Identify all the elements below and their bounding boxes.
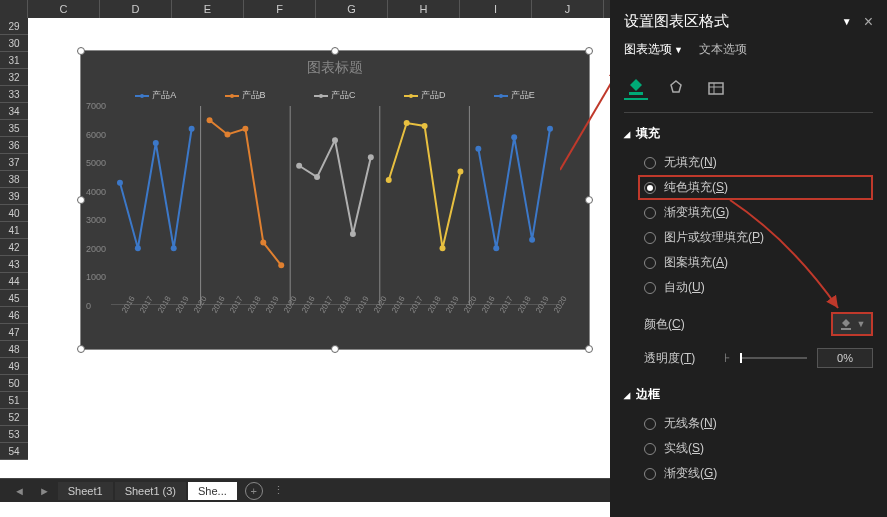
svg-rect-32 (709, 83, 723, 94)
col-header[interactable]: E (172, 0, 244, 18)
svg-point-23 (440, 245, 446, 251)
legend-item[interactable]: 产品B (225, 89, 266, 102)
radio-picture-fill[interactable]: 图片或纹理填充(P) (644, 225, 873, 250)
row-header[interactable]: 53 (0, 426, 28, 443)
spreadsheet-area: C D E F G H I J 293031323334353637383940… (0, 0, 610, 517)
svg-point-10 (207, 117, 213, 123)
svg-point-5 (117, 180, 123, 186)
effects-icon[interactable] (664, 76, 688, 100)
paint-bucket-icon (839, 317, 853, 331)
row-header[interactable]: 31 (0, 52, 28, 69)
add-sheet-button[interactable]: + (245, 482, 263, 500)
row-header[interactable]: 29 (0, 18, 28, 35)
row-header[interactable]: 33 (0, 86, 28, 103)
row-header[interactable]: 52 (0, 409, 28, 426)
row-header[interactable]: 35 (0, 120, 28, 137)
legend-item[interactable]: 产品D (404, 89, 446, 102)
row-header[interactable]: 44 (0, 273, 28, 290)
border-section: 边框 无线条(N) 实线(S) 渐变线(G) (624, 386, 873, 494)
radio-no-fill[interactable]: 无填充(N) (644, 150, 873, 175)
row-headers: 2930313233343536373839404142434445464748… (0, 18, 28, 460)
transparency-value[interactable]: 0% (817, 348, 873, 368)
transparency-row: 透明度(T) ⊦ 0% (644, 348, 873, 368)
svg-rect-35 (841, 328, 851, 330)
svg-point-27 (511, 134, 517, 140)
fill-color-button[interactable]: ▼ (831, 312, 873, 336)
row-header[interactable]: 34 (0, 103, 28, 120)
fill-line-icon[interactable] (624, 76, 648, 100)
tab-menu-icon[interactable]: ⋮ (273, 484, 284, 497)
radio-pattern-fill[interactable]: 图案填充(A) (644, 250, 873, 275)
fill-section: 填充 无填充(N) 纯色填充(S) 渐变填充(G) 图片或纹理填充(P) 图案填… (624, 125, 873, 374)
svg-point-16 (314, 174, 320, 180)
tab-text-options[interactable]: 文本选项 (699, 41, 747, 58)
svg-point-7 (153, 140, 159, 146)
svg-point-11 (224, 131, 230, 137)
chart-plot-area[interactable]: 01000200030004000500060007000 2016201720… (111, 106, 559, 306)
row-header[interactable]: 43 (0, 256, 28, 273)
close-panel-icon[interactable]: × (864, 13, 873, 31)
legend-item[interactable]: 产品E (494, 89, 535, 102)
svg-point-14 (278, 262, 284, 268)
row-header[interactable]: 45 (0, 290, 28, 307)
radio-no-line[interactable]: 无线条(N) (644, 411, 873, 436)
col-header[interactable]: H (388, 0, 460, 18)
chart-legend[interactable]: 产品A产品B产品C产品D产品E (81, 85, 589, 106)
svg-point-9 (189, 126, 195, 132)
row-header[interactable]: 50 (0, 375, 28, 392)
panel-dropdown-icon[interactable]: ▼ (842, 16, 852, 27)
radio-gradient-fill[interactable]: 渐变填充(G) (644, 200, 873, 225)
radio-auto-fill[interactable]: 自动(U) (644, 275, 873, 300)
row-header[interactable]: 51 (0, 392, 28, 409)
tab-nav-prev-icon[interactable]: ◄ (8, 485, 31, 497)
sheet-tab[interactable]: Sheet1 (58, 482, 113, 500)
sheet-tab[interactable]: Sheet1 (3) (115, 482, 186, 500)
row-header[interactable]: 49 (0, 358, 28, 375)
col-header[interactable]: F (244, 0, 316, 18)
row-header[interactable]: 38 (0, 171, 28, 188)
row-header[interactable]: 39 (0, 188, 28, 205)
svg-point-22 (422, 123, 428, 129)
tab-nav-next-icon[interactable]: ► (33, 485, 56, 497)
svg-point-6 (135, 245, 141, 251)
col-header[interactable]: J (532, 0, 604, 18)
cell-grid[interactable]: 图表标题 产品A产品B产品C产品D产品E 0100020003000400050… (28, 18, 610, 478)
svg-point-13 (260, 240, 266, 246)
svg-point-21 (404, 120, 410, 126)
chart-title[interactable]: 图表标题 (81, 51, 589, 85)
svg-point-19 (368, 154, 374, 160)
col-header[interactable]: G (316, 0, 388, 18)
svg-point-8 (171, 245, 177, 251)
sheet-tab[interactable]: She... (188, 482, 237, 500)
row-header[interactable]: 32 (0, 69, 28, 86)
row-header[interactable]: 36 (0, 137, 28, 154)
row-header[interactable]: 42 (0, 239, 28, 256)
row-header[interactable]: 47 (0, 324, 28, 341)
col-header[interactable]: C (28, 0, 100, 18)
radio-solid-line[interactable]: 实线(S) (644, 436, 873, 461)
row-header[interactable]: 41 (0, 222, 28, 239)
fill-color-row: 颜色(C) ▼ (644, 312, 873, 336)
svg-point-20 (386, 177, 392, 183)
size-properties-icon[interactable] (704, 76, 728, 100)
tab-chart-options[interactable]: 图表选项▼ (624, 41, 683, 58)
col-header[interactable]: D (100, 0, 172, 18)
sheet-tabs-bar: ◄ ► Sheet1 Sheet1 (3) She... + ⋮ (0, 478, 610, 502)
transparency-slider[interactable] (740, 357, 807, 359)
row-header[interactable]: 54 (0, 443, 28, 460)
radio-solid-fill[interactable]: 纯色填充(S) (638, 175, 873, 200)
row-header[interactable]: 30 (0, 35, 28, 52)
svg-point-29 (547, 126, 553, 132)
embedded-chart[interactable]: 图表标题 产品A产品B产品C产品D产品E 0100020003000400050… (80, 50, 590, 350)
radio-gradient-line[interactable]: 渐变线(G) (644, 461, 873, 486)
row-header[interactable]: 46 (0, 307, 28, 324)
row-header[interactable]: 37 (0, 154, 28, 171)
row-header[interactable]: 40 (0, 205, 28, 222)
fill-section-header[interactable]: 填充 (624, 125, 873, 142)
legend-item[interactable]: 产品C (314, 89, 356, 102)
border-section-header[interactable]: 边框 (624, 386, 873, 403)
legend-item[interactable]: 产品A (135, 89, 176, 102)
col-header[interactable]: I (460, 0, 532, 18)
row-header[interactable]: 48 (0, 341, 28, 358)
svg-point-15 (296, 163, 302, 169)
